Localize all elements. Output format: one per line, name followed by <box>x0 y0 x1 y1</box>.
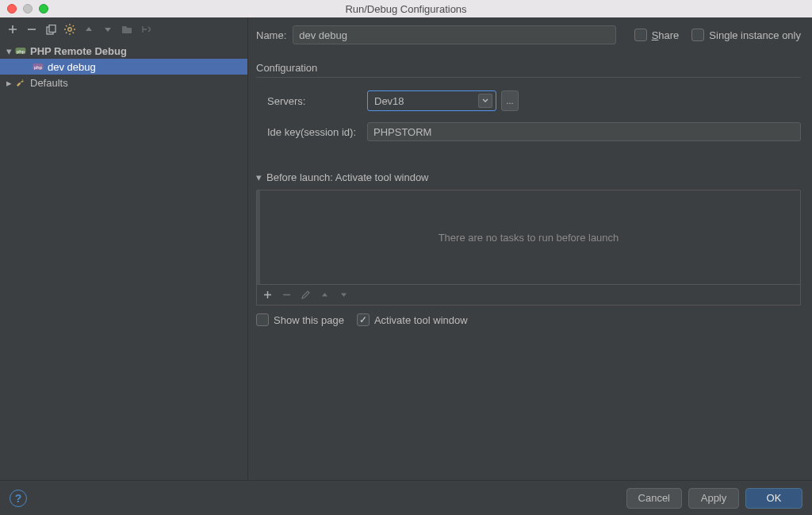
before-launch-empty-text: There are no tasks to run before launch <box>439 232 619 244</box>
move-down-icon[interactable] <box>102 23 114 36</box>
configuration-title: Configuration <box>256 62 801 74</box>
servers-value: Dev18 <box>374 95 404 107</box>
chevron-right-icon[interactable]: ▸ <box>5 77 13 89</box>
wrench-icon <box>14 78 27 88</box>
svg-rect-1 <box>49 25 56 32</box>
footer: ? Cancel Apply OK <box>0 480 812 515</box>
edit-icon[interactable] <box>300 289 311 300</box>
before-launch-tasks: There are no tasks to run before launch <box>256 190 801 285</box>
detail-panel: Name: Share Single instance only Configu… <box>248 17 812 480</box>
single-instance-label: Single instance only <box>709 29 801 41</box>
before-launch-header[interactable]: ▾ Before launch: Activate tool window <box>256 171 801 183</box>
before-launch-toolbar <box>256 284 801 306</box>
titlebar: Run/Debug Configurations <box>0 0 812 17</box>
tree-node-label: PHP Remote Debug <box>30 45 127 57</box>
checkbox-checked-icon <box>357 313 370 326</box>
tree-node-dev-debug[interactable]: php dev debug <box>0 59 247 75</box>
share-label: Share <box>652 29 680 41</box>
tree-node-label: Defaults <box>30 77 68 89</box>
before-launch-title: Before launch: Activate tool window <box>266 171 429 183</box>
show-this-page-label: Show this page <box>274 314 344 326</box>
remove-icon[interactable] <box>25 23 38 36</box>
copy-icon[interactable] <box>44 23 57 36</box>
single-instance-checkbox[interactable]: Single instance only <box>691 29 801 41</box>
dropdown-button[interactable] <box>478 94 492 108</box>
chevron-down-icon[interactable]: ▾ <box>5 45 13 57</box>
move-up-icon[interactable] <box>82 23 95 36</box>
move-up-icon[interactable] <box>319 289 330 300</box>
add-icon[interactable] <box>6 23 19 36</box>
servers-label: Servers: <box>267 95 367 107</box>
chevron-down-icon: ▾ <box>256 171 262 183</box>
svg-point-2 <box>68 28 71 31</box>
add-icon[interactable] <box>262 289 273 300</box>
apply-button[interactable]: Apply <box>688 488 739 509</box>
share-checkbox[interactable]: Share <box>634 29 680 41</box>
tree-node-defaults[interactable]: ▸ Defaults <box>0 75 247 90</box>
svg-text:php: php <box>34 65 43 70</box>
expand-tree-icon[interactable] <box>140 23 152 36</box>
servers-combo[interactable]: Dev18 <box>367 90 496 111</box>
help-button[interactable]: ? <box>10 490 27 507</box>
window-title: Run/Debug Configurations <box>0 3 812 15</box>
name-label: Name: <box>256 29 286 41</box>
ok-button[interactable]: OK <box>745 488 802 509</box>
config-tree: ▾ php PHP Remote Debug php dev debug ▸ D… <box>0 41 247 480</box>
checkbox-icon <box>691 29 704 41</box>
activate-tool-window-label: Activate tool window <box>374 314 468 326</box>
sidebar: ▾ php PHP Remote Debug php dev debug ▸ D… <box>0 17 248 480</box>
php-remote-debug-icon: php <box>14 45 27 56</box>
idekey-input[interactable] <box>367 122 801 141</box>
idekey-label: Ide key(session id): <box>267 126 367 138</box>
checkbox-icon <box>634 29 647 41</box>
tree-node-label: dev debug <box>48 61 96 73</box>
checkbox-icon <box>256 313 269 326</box>
settings-icon[interactable] <box>63 23 76 36</box>
cancel-button[interactable]: Cancel <box>626 488 682 509</box>
name-input[interactable] <box>293 25 616 44</box>
folder-icon[interactable] <box>121 23 133 36</box>
servers-browse-button[interactable]: ... <box>501 90 519 111</box>
activate-tool-window-checkbox[interactable]: Activate tool window <box>357 313 468 326</box>
tree-node-php-remote-debug[interactable]: ▾ php PHP Remote Debug <box>0 43 247 59</box>
php-config-icon: php <box>32 61 44 72</box>
divider <box>256 77 801 78</box>
show-this-page-checkbox[interactable]: Show this page <box>256 313 344 326</box>
sidebar-toolbar <box>0 17 247 41</box>
move-down-icon[interactable] <box>338 289 349 300</box>
svg-text:php: php <box>17 49 25 54</box>
remove-icon[interactable] <box>281 289 292 300</box>
